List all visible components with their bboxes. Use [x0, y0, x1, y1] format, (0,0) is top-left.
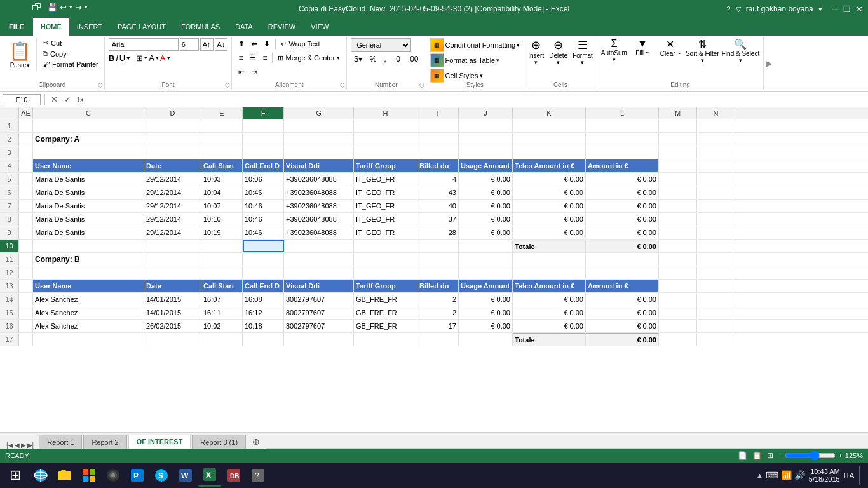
accounting-format-button[interactable]: $▾ [351, 53, 365, 65]
cell-i1[interactable] [417, 119, 459, 132]
redo-icon[interactable]: ↪ [75, 3, 82, 12]
align-right-button[interactable]: ≡ [260, 52, 269, 64]
paste-button[interactable]: 📋 Paste ▾ [4, 38, 37, 71]
cell-ae14[interactable] [19, 293, 33, 306]
skype-icon[interactable]: S [150, 464, 173, 487]
cell-d14[interactable]: 14/01/2015 [144, 293, 201, 306]
cell-ae12[interactable] [19, 266, 33, 279]
cell-c10[interactable] [33, 240, 144, 252]
find-select-button[interactable]: 🔍 Find & Select ▾ [722, 38, 759, 64]
align-left-button[interactable]: ≡ [236, 52, 245, 64]
cell-c4[interactable]: User Name [33, 159, 144, 172]
cell-m5[interactable] [659, 173, 697, 186]
fill-dropdown[interactable]: ▾ [156, 55, 159, 61]
zoom-slider[interactable] [785, 451, 836, 461]
cell-c8[interactable]: Maria De Santis [33, 213, 144, 226]
misc-icon[interactable]: ? [247, 464, 269, 487]
cell-ae6[interactable] [19, 186, 33, 199]
cell-n12[interactable] [697, 266, 735, 279]
cell-e14[interactable]: 16:07 [201, 293, 243, 306]
cell-k12[interactable] [513, 266, 586, 279]
cell-d1[interactable] [144, 119, 201, 132]
cell-ae7[interactable] [19, 200, 33, 212]
user-dropdown-icon[interactable]: ▾ [818, 5, 822, 13]
cell-l10[interactable]: € 0.00 [586, 240, 659, 252]
font-size-input[interactable] [180, 38, 199, 51]
cell-m4[interactable] [659, 159, 697, 172]
cell-f10[interactable] [243, 240, 284, 252]
cell-f5[interactable]: 10:06 [243, 173, 284, 186]
keyboard-icon[interactable]: ⌨ [766, 470, 778, 480]
cell-h14[interactable]: GB_FRE_FR [354, 293, 417, 306]
cell-i17[interactable] [417, 333, 459, 346]
cell-h16[interactable]: GB_FRE_FR [354, 320, 417, 332]
cell-g8[interactable]: +390236048088 [284, 213, 354, 226]
cell-h13[interactable]: Tariff Group [354, 280, 417, 292]
cell-f9[interactable]: 10:46 [243, 226, 284, 239]
cell-n5[interactable] [697, 173, 735, 186]
cell-i2[interactable] [417, 133, 459, 146]
col-header-i[interactable]: I [417, 107, 459, 119]
cell-i12[interactable] [417, 266, 459, 279]
cell-j17[interactable] [459, 333, 513, 346]
cell-i3[interactable] [417, 146, 459, 159]
font-expand[interactable]: ⬡ [225, 82, 230, 88]
cell-e6[interactable]: 10:04 [201, 186, 243, 199]
sheet-tab-report3[interactable]: Report 3 (1) [192, 435, 246, 449]
cell-g3[interactable] [284, 146, 354, 159]
cell-g7[interactable]: +390236048088 [284, 200, 354, 212]
cell-c3[interactable] [33, 146, 144, 159]
autosum-button[interactable]: Σ AutoSum ▾ [601, 38, 627, 63]
cell-styles-button[interactable]: ▦ Cell Styles ▾ [430, 69, 520, 83]
add-sheet-button[interactable]: ⊕ [247, 435, 265, 449]
italic-button[interactable]: I [116, 53, 118, 63]
zoom-out-btn[interactable]: − [778, 452, 782, 459]
ribbon-display-icon[interactable]: ▽ [736, 5, 741, 13]
cell-ae3[interactable] [19, 146, 33, 159]
show-desktop-btn[interactable] [859, 466, 863, 485]
cell-l13[interactable]: Amount in € [586, 280, 659, 292]
col-header-n[interactable]: N [697, 107, 735, 119]
cell-f2[interactable] [243, 133, 284, 146]
cell-d10[interactable] [144, 240, 201, 252]
cell-k11[interactable] [513, 253, 586, 266]
cell-e17[interactable] [201, 333, 243, 346]
cell-n9[interactable] [697, 226, 735, 239]
cell-e4[interactable]: Call Start [201, 159, 243, 172]
cell-m7[interactable] [659, 200, 697, 212]
cell-c11[interactable]: Company: B [33, 253, 144, 266]
cell-h11[interactable] [354, 253, 417, 266]
cell-f3[interactable] [243, 146, 284, 159]
cell-n4[interactable] [697, 159, 735, 172]
format-painter-button[interactable]: 🖌 Format Painter [41, 60, 100, 69]
cell-d4[interactable]: Date [144, 159, 201, 172]
cell-i10[interactable] [417, 240, 459, 252]
cell-f12[interactable] [243, 266, 284, 279]
cell-g15[interactable]: 8002797607 [284, 306, 354, 319]
cell-j7[interactable]: € 0.00 [459, 200, 513, 212]
sort-filter-button[interactable]: ⇅ Sort & Filter ▾ [686, 38, 719, 64]
cell-j12[interactable] [459, 266, 513, 279]
cell-f13[interactable]: Call End D [243, 280, 284, 292]
cell-i16[interactable]: 17 [417, 320, 459, 332]
cell-e2[interactable] [201, 133, 243, 146]
format-cells-button[interactable]: ☰ Format ▾ [573, 38, 593, 65]
cell-j13[interactable]: Usage Amount [459, 280, 513, 292]
indent-increase-button[interactable]: ⇥ [248, 66, 260, 78]
cell-g12[interactable] [284, 266, 354, 279]
ribbon-expand-right[interactable]: ▶ [764, 37, 775, 90]
alignment-expand[interactable]: ⬡ [340, 82, 345, 88]
cell-k15[interactable]: € 0.00 [513, 306, 586, 319]
cell-ae10[interactable] [19, 240, 33, 252]
cell-m13[interactable] [659, 280, 697, 292]
autosum-dropdown[interactable]: ▾ [613, 57, 616, 63]
cell-c13[interactable]: User Name [33, 280, 144, 292]
col-header-d[interactable]: D [144, 107, 201, 119]
conditional-dropdown[interactable]: ▾ [517, 42, 520, 48]
cell-i6[interactable]: 43 [417, 186, 459, 199]
cell-h2[interactable] [354, 133, 417, 146]
cell-ae15[interactable] [19, 306, 33, 319]
find-dropdown[interactable]: ▾ [739, 57, 742, 64]
cell-f6[interactable]: 10:46 [243, 186, 284, 199]
cell-j4[interactable]: Usage Amount [459, 159, 513, 172]
